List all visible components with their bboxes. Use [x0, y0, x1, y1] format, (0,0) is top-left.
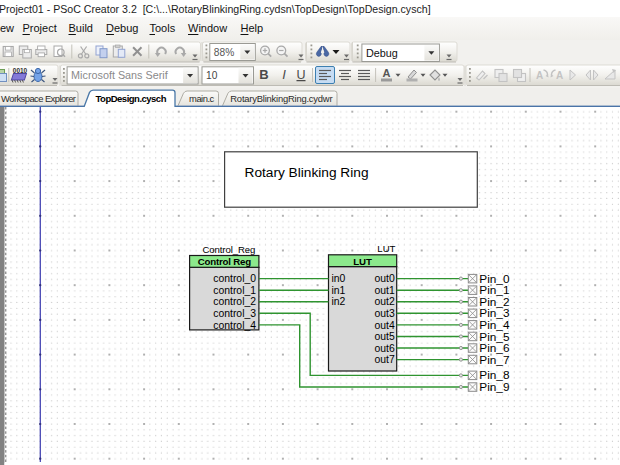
svg-text:A: A [383, 67, 391, 79]
svg-text:Workspace Explorer: Workspace Explorer [1, 93, 76, 104]
svg-text:out0: out0 [375, 273, 395, 284]
svg-text:I: I [282, 67, 286, 82]
svg-text:10: 10 [206, 70, 218, 81]
svg-text:Control Reg: Control Reg [198, 256, 252, 267]
svg-text:out6: out6 [375, 343, 395, 354]
svg-text:88%: 88% [214, 47, 234, 58]
svg-text:out4: out4 [375, 320, 395, 331]
svg-text:out1: out1 [375, 285, 395, 296]
svg-text:control_0: control_0 [213, 273, 256, 284]
svg-text:U: U [296, 68, 305, 82]
svg-text:Control_Reg: Control_Reg [203, 244, 256, 255]
svg-text:control_4: control_4 [213, 320, 256, 331]
svg-text:Pin_9: Pin_9 [479, 380, 509, 394]
svg-text:control_3: control_3 [213, 308, 256, 319]
svg-text:out3: out3 [375, 308, 395, 319]
svg-text:out7: out7 [375, 354, 395, 365]
svg-text:in2: in2 [332, 296, 346, 307]
svg-text:Debug: Debug [366, 47, 398, 59]
svg-text:in1: in1 [332, 285, 346, 296]
svg-text:Pin_7: Pin_7 [479, 353, 509, 367]
svg-text:out2: out2 [375, 296, 395, 307]
svg-text:B: B [259, 67, 268, 82]
svg-text:A: A [556, 70, 563, 81]
svg-text:LUT: LUT [377, 243, 395, 254]
svg-text:RotaryBlinkingRing.cydwr: RotaryBlinkingRing.cydwr [230, 93, 332, 104]
svg-text:Microsoft Sans Serif: Microsoft Sans Serif [71, 69, 169, 81]
svg-text:main.c: main.c [189, 93, 214, 104]
svg-text:control_1: control_1 [213, 285, 256, 296]
svg-text:0010: 0010 [13, 67, 28, 74]
svg-text:out5: out5 [375, 331, 395, 342]
svg-text:A: A [536, 70, 543, 81]
svg-text:control_2: control_2 [213, 296, 256, 307]
svg-text:LUT: LUT [353, 256, 372, 267]
svg-text:TopDesign.cysch: TopDesign.cysch [96, 93, 167, 104]
svg-text:Rotary Blinking Ring: Rotary Blinking Ring [245, 165, 369, 180]
svg-text:in0: in0 [332, 273, 346, 284]
